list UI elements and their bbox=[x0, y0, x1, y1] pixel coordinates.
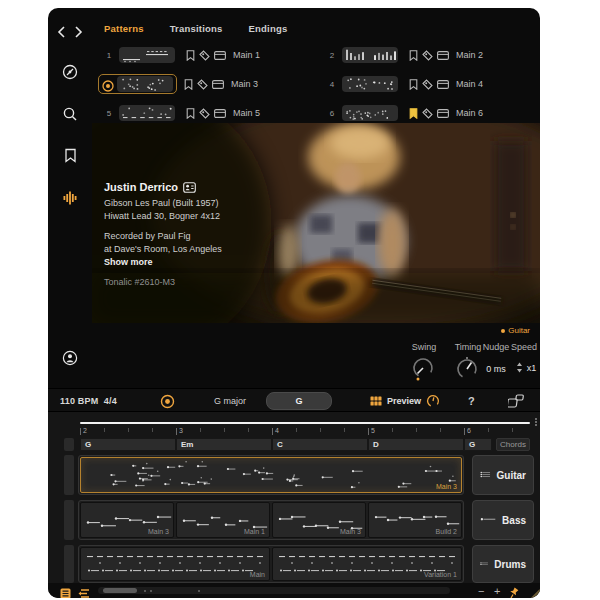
horizontal-scrollbar[interactable] bbox=[98, 587, 450, 594]
clip-bass-0[interactable]: Main 3 bbox=[80, 502, 174, 538]
tap-tempo-icon[interactable] bbox=[160, 389, 175, 413]
gear-line-1: Gibson Les Paul (Built 1957) bbox=[104, 197, 222, 210]
clip-guitar-0[interactable]: Main 3 bbox=[80, 457, 462, 493]
tag-icon[interactable] bbox=[422, 79, 433, 90]
keyboard-icon[interactable] bbox=[437, 51, 449, 60]
clip-label: Main 3 bbox=[436, 483, 457, 490]
follow-pin-icon[interactable] bbox=[508, 585, 520, 598]
preview-control[interactable]: Preview bbox=[370, 389, 440, 413]
pattern-thumbnail[interactable] bbox=[342, 76, 398, 92]
tag-icon[interactable] bbox=[199, 50, 210, 61]
speed-label: Speed bbox=[500, 342, 540, 352]
song-view-icon[interactable] bbox=[60, 585, 71, 598]
bookmark-icon[interactable] bbox=[409, 79, 418, 90]
clip-drums-0[interactable]: Main bbox=[80, 547, 270, 581]
speed-stepper[interactable]: x1 bbox=[504, 362, 540, 373]
keyboard-icon[interactable] bbox=[212, 80, 224, 89]
pattern-number: 4 bbox=[325, 80, 339, 89]
user-icon[interactable] bbox=[48, 350, 92, 370]
compass-icon[interactable] bbox=[48, 64, 92, 84]
help-button[interactable]: ? bbox=[468, 389, 475, 413]
chord-button[interactable]: G bbox=[266, 389, 332, 413]
pattern-select-area[interactable]: 1 bbox=[98, 45, 179, 65]
track-stub-guitar[interactable] bbox=[64, 455, 74, 495]
track-stub-drums[interactable] bbox=[64, 545, 74, 583]
time-signature[interactable]: 4/4 bbox=[104, 396, 117, 406]
back-icon bbox=[59, 27, 64, 37]
tab-endings[interactable]: Endings bbox=[249, 23, 288, 34]
plugin-window: Patterns Transitions Endings 1Main 12Mai… bbox=[48, 8, 540, 598]
swing-label: Swing bbox=[400, 342, 448, 352]
bookmark-icon[interactable] bbox=[186, 108, 195, 119]
track-stub-bass[interactable] bbox=[64, 500, 74, 540]
clip-bass-3[interactable]: Build 2 bbox=[368, 502, 462, 538]
pattern-thumbnail[interactable] bbox=[117, 76, 173, 92]
drag-export-icon[interactable] bbox=[78, 585, 90, 598]
bookmark-icon[interactable] bbox=[409, 108, 418, 119]
scroll-thumb[interactable] bbox=[103, 588, 137, 593]
keyboard-icon[interactable] bbox=[437, 80, 449, 89]
tag-icon[interactable] bbox=[197, 79, 208, 90]
search-icon[interactable] bbox=[48, 106, 92, 126]
tab-transitions[interactable]: Transitions bbox=[170, 23, 223, 34]
pattern-select-area[interactable] bbox=[98, 74, 177, 94]
pattern-item-main-1[interactable]: 1Main 1 bbox=[98, 44, 311, 66]
pattern-number: 1 bbox=[102, 51, 116, 60]
pattern-item-main-4[interactable]: 4Main 4 bbox=[321, 73, 534, 95]
show-more-link[interactable]: Show more bbox=[104, 256, 222, 269]
pattern-item-main-6[interactable]: 6Main 6 bbox=[321, 102, 534, 124]
track-header-guitar[interactable]: Guitar bbox=[472, 455, 534, 495]
pattern-thumbnail[interactable] bbox=[342, 105, 398, 121]
pattern-item-main-2[interactable]: 2Main 2 bbox=[321, 44, 534, 66]
tag-icon[interactable] bbox=[422, 50, 433, 61]
pattern-select-area[interactable]: 4 bbox=[321, 74, 402, 94]
bar-number: 2 bbox=[83, 427, 87, 434]
chords-row-stub[interactable] bbox=[64, 438, 74, 451]
pattern-select-area[interactable]: 2 bbox=[321, 45, 402, 65]
clip-drums-1[interactable]: Variation 1 bbox=[272, 547, 462, 581]
pattern-thumbnail[interactable] bbox=[119, 105, 175, 121]
chord-block-g[interactable]: G bbox=[464, 438, 492, 451]
swing-knob[interactable] bbox=[410, 356, 436, 386]
chord-block-g[interactable]: G bbox=[80, 438, 176, 451]
tag-icon[interactable] bbox=[422, 108, 433, 119]
artist-photo: Justin Derrico Gibson Les Paul (Built 19… bbox=[92, 123, 540, 323]
track-header-bass[interactable]: Bass bbox=[472, 500, 534, 540]
keyboard-icon[interactable] bbox=[214, 51, 226, 60]
zoom-out-button[interactable]: − bbox=[478, 583, 484, 598]
clip-bass-2[interactable]: Main 3 bbox=[272, 502, 366, 538]
pattern-label: Main 4 bbox=[456, 79, 483, 89]
pattern-select-area[interactable]: 6 bbox=[321, 103, 402, 123]
chord-block-em[interactable]: Em bbox=[176, 438, 272, 451]
tonal-id: Tonalic #2610-M3 bbox=[104, 277, 222, 287]
tempo-display[interactable]: 110 BPM 4/4 bbox=[60, 389, 117, 413]
keyboard-icon[interactable] bbox=[437, 109, 449, 118]
pattern-select-area[interactable]: 5 bbox=[98, 103, 179, 123]
clip-label: Build 2 bbox=[436, 528, 457, 535]
pattern-item-main-5[interactable]: 5Main 5 bbox=[98, 102, 311, 124]
tag-icon[interactable] bbox=[199, 108, 210, 119]
track-header-drums[interactable]: Drums bbox=[472, 545, 534, 583]
clip-label: Main 3 bbox=[340, 528, 361, 535]
keyboard-icon[interactable] bbox=[214, 109, 226, 118]
chord-block-c[interactable]: C bbox=[272, 438, 368, 451]
bookmark-icon[interactable] bbox=[48, 148, 92, 167]
pattern-item-main-3[interactable]: Main 3 bbox=[98, 73, 311, 95]
history-nav[interactable] bbox=[48, 24, 92, 42]
overview-scrollbar[interactable] bbox=[80, 422, 530, 424]
zoom-in-button[interactable]: + bbox=[494, 583, 500, 598]
view-switch-icon[interactable] bbox=[508, 389, 525, 413]
chord-block-d[interactable]: D bbox=[368, 438, 464, 451]
bookmark-icon[interactable] bbox=[184, 79, 193, 90]
tab-patterns[interactable]: Patterns bbox=[104, 23, 144, 34]
instrument-dot bbox=[501, 329, 505, 333]
resize-handle[interactable] bbox=[526, 584, 540, 598]
track-name: Guitar bbox=[497, 470, 526, 481]
clip-bass-1[interactable]: Main 1 bbox=[176, 502, 270, 538]
bookmark-icon[interactable] bbox=[409, 50, 418, 61]
pattern-thumbnail[interactable] bbox=[119, 47, 175, 63]
pattern-thumbnail[interactable] bbox=[342, 47, 398, 63]
bookmark-icon[interactable] bbox=[186, 50, 195, 61]
sound-browser-icon[interactable] bbox=[48, 190, 92, 210]
key-display[interactable]: G major bbox=[214, 389, 246, 413]
